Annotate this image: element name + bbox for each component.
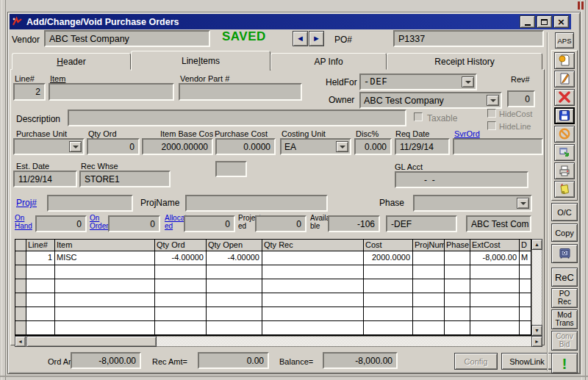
grid-cell[interactable]	[364, 293, 413, 306]
projname-field[interactable]	[185, 195, 328, 212]
grid-cell[interactable]	[445, 251, 470, 265]
order-lookup-button[interactable]	[554, 52, 575, 69]
req-date-field[interactable]: 11/29/14	[395, 138, 450, 155]
heldfor-dropdown[interactable]: -DEF	[359, 74, 477, 90]
grid-cell[interactable]	[413, 293, 445, 306]
grid-cell[interactable]	[470, 279, 520, 293]
item-base-cost-field[interactable]: 2000.00000	[142, 138, 213, 155]
grid-cell[interactable]	[364, 321, 413, 334]
grid-cell[interactable]	[445, 307, 470, 320]
grid-cell[interactable]: 1	[26, 251, 55, 265]
grid-cell[interactable]	[413, 279, 445, 293]
costing-unit-dropdown[interactable]: EA	[280, 138, 351, 155]
grid-cell[interactable]: M	[520, 251, 531, 265]
phase-dropdown-button[interactable]	[517, 198, 529, 209]
purchase-cost-field[interactable]: 0.0000	[215, 138, 276, 155]
grid-cell[interactable]	[470, 321, 520, 334]
exit-button[interactable]	[554, 144, 575, 161]
scroll-up-button[interactable]: ▲	[531, 239, 542, 250]
svrord-link[interactable]: SvrOrd	[454, 129, 480, 138]
phase-dropdown[interactable]	[413, 195, 532, 212]
grid-cell[interactable]	[207, 279, 262, 293]
grid-cell[interactable]	[55, 321, 155, 334]
grid-cell[interactable]: -4.00000	[155, 251, 207, 265]
proj-number-link[interactable]: Proj#	[16, 198, 37, 208]
line-number-field[interactable]: 2	[13, 83, 46, 101]
grid-cell[interactable]	[520, 307, 531, 320]
grid-cell[interactable]	[155, 265, 207, 279]
grid-cell[interactable]	[520, 279, 531, 293]
grid-cell[interactable]: MISC	[55, 251, 155, 265]
heldfor-dropdown-button[interactable]	[462, 76, 474, 87]
grid-cell[interactable]	[470, 307, 520, 320]
grid-column-header[interactable]: Qty Open	[207, 240, 262, 251]
allocated-field[interactable]: 0	[184, 215, 235, 232]
row-selector[interactable]	[15, 251, 26, 265]
costing-unit-dropdown-button[interactable]	[336, 141, 348, 152]
grid-column-header[interactable]: Qty Rec	[262, 240, 364, 251]
proj-number-field[interactable]	[47, 195, 133, 212]
item-label[interactable]: Item	[50, 74, 65, 83]
rec-button[interactable]: ReC	[551, 268, 578, 287]
grid-cell[interactable]	[413, 321, 445, 334]
alert-button[interactable]: !	[551, 353, 578, 373]
grid-column-header[interactable]: Qty Ord	[155, 240, 207, 251]
row-selector[interactable]	[15, 321, 26, 334]
grid-cell[interactable]	[470, 265, 520, 279]
grid-cell[interactable]	[26, 307, 55, 320]
gl-acct-field[interactable]: - -	[395, 171, 528, 188]
grid-cell[interactable]	[413, 265, 445, 279]
grid-cell[interactable]	[155, 307, 207, 320]
edit-document-button[interactable]	[554, 71, 575, 87]
on-order-field[interactable]: 0	[108, 215, 160, 232]
grid-column-header[interactable]: ProjNum	[413, 240, 445, 251]
svrord-field[interactable]	[453, 138, 543, 155]
table-row[interactable]: 1MISC-4.00000-4.000002000.0000-8,000.00M	[15, 251, 531, 265]
on-hand-field[interactable]: 0	[35, 215, 87, 232]
grid-cell[interactable]	[207, 321, 262, 334]
available-field[interactable]: -106	[328, 215, 380, 232]
save-button[interactable]	[554, 107, 575, 124]
grid-cell[interactable]	[26, 293, 55, 306]
grid-cell[interactable]	[520, 265, 531, 279]
grid-cell[interactable]	[262, 279, 364, 293]
grid-cell[interactable]	[445, 279, 470, 293]
row-selector[interactable]	[15, 265, 26, 279]
grid-column-header[interactable]: ExtCost	[470, 240, 520, 251]
oc-button[interactable]: O/C	[551, 203, 578, 221]
void-button[interactable]	[554, 126, 575, 143]
table-row[interactable]	[15, 321, 531, 335]
grid-cell[interactable]	[262, 321, 364, 334]
grid-cell[interactable]	[155, 293, 207, 306]
grid-cell[interactable]	[413, 251, 445, 265]
scroll-left-button[interactable]: ◄	[15, 336, 26, 347]
unlabeled-mini-field[interactable]	[215, 161, 247, 177]
disc-field[interactable]: 0.000	[354, 138, 392, 155]
row-selector[interactable]	[15, 307, 26, 320]
close-button[interactable]: ×	[553, 15, 569, 28]
grid-cell[interactable]	[207, 293, 262, 306]
grid-cell[interactable]	[445, 293, 470, 306]
row-selector[interactable]	[15, 293, 26, 306]
grid-column-header[interactable]: Line#	[26, 240, 55, 251]
scroll-right-button[interactable]: ►	[531, 336, 542, 347]
projected-field[interactable]: 0	[255, 215, 306, 232]
grid-cell[interactable]	[520, 293, 531, 306]
grid-cell[interactable]	[55, 293, 155, 306]
aps-button[interactable]: APS	[555, 32, 574, 49]
grid-cell[interactable]	[364, 307, 413, 320]
grid-column-header[interactable]: Phase	[445, 240, 470, 251]
safe-button[interactable]	[551, 244, 578, 263]
minimize-button[interactable]	[520, 15, 535, 28]
grid-cell[interactable]	[155, 279, 207, 293]
grid-cell[interactable]	[470, 293, 520, 306]
grid-column-header[interactable]: Cost	[364, 240, 413, 251]
row-selector[interactable]	[15, 279, 26, 293]
grid-cell[interactable]	[55, 279, 155, 293]
delete-button[interactable]	[554, 89, 575, 106]
grid-cell[interactable]	[207, 265, 262, 279]
maximize-button[interactable]	[537, 15, 552, 28]
qty-ord-field[interactable]: 0	[87, 138, 140, 155]
grid-cell[interactable]	[445, 321, 470, 334]
rec-whse-field[interactable]: STORE1	[79, 171, 171, 187]
